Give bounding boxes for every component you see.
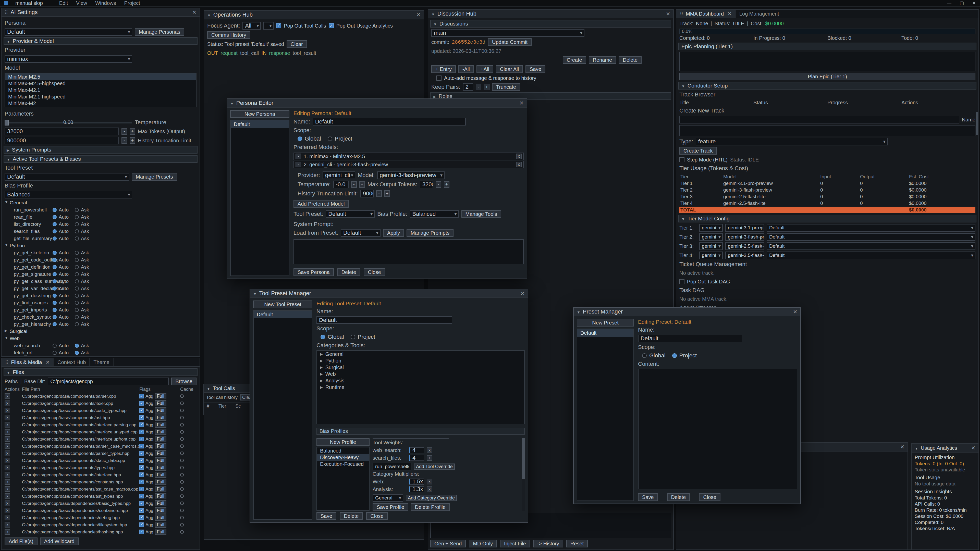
entry-button[interactable]: + Entry <box>431 65 456 73</box>
category-tree-item[interactable]: General <box>317 351 524 357</box>
tier-model-dropdown[interactable]: gemini-2.5-flash-lite <box>725 242 764 250</box>
weight-value-input[interactable]: 4 <box>409 447 424 453</box>
discussion-manage-button[interactable]: Rename <box>589 56 616 64</box>
tab-log-management[interactable]: Log Management <box>736 10 783 18</box>
tool-permission-row[interactable]: py_get_definition Auto Ask <box>2 264 200 272</box>
plus-button[interactable]: + <box>130 128 135 135</box>
full-flag-button[interactable]: Full <box>155 443 166 449</box>
full-flag-button[interactable]: Full <box>155 436 166 442</box>
tier-model-dropdown[interactable]: gemini-2.5-flash-lite <box>725 251 764 259</box>
full-flag-button[interactable]: Full <box>155 500 166 507</box>
tool-permission-row[interactable]: ▼ Python Auto Ask <box>2 243 200 250</box>
create-track-button[interactable]: Create Track <box>679 147 717 155</box>
minus-button[interactable]: - <box>476 84 481 90</box>
ask-radio[interactable] <box>75 322 79 326</box>
new-profile-button[interactable]: New Profile <box>317 438 369 446</box>
manage-tools-button[interactable]: Manage Tools <box>461 210 501 218</box>
close-icon[interactable] <box>793 309 797 314</box>
close-icon[interactable] <box>900 445 904 449</box>
tool-permission-row[interactable]: list_directory Auto Ask <box>2 221 200 229</box>
minus-button[interactable]: - <box>436 181 441 188</box>
group-collapse-icon[interactable]: ▼ <box>5 336 8 340</box>
remove-file-button[interactable]: x <box>5 465 10 470</box>
agg-checkbox[interactable] <box>139 437 144 441</box>
tier-model-config-section[interactable]: Tier Model Config <box>678 215 977 222</box>
tool-permission-row[interactable]: py_get_hierarchy Auto Ask <box>2 321 200 329</box>
category-tree-item[interactable]: Runtime <box>317 384 524 391</box>
full-flag-button[interactable]: Full <box>155 479 166 485</box>
keep-pairs-input[interactable]: 2 <box>463 83 473 91</box>
auto-radio[interactable] <box>52 208 57 212</box>
discussions-section[interactable]: Discussions <box>430 20 671 27</box>
focus-agent-dropdown[interactable]: All <box>242 22 261 30</box>
close-icon[interactable] <box>45 360 50 365</box>
category-tree-item[interactable]: Analysis <box>317 377 524 384</box>
ask-radio[interactable] <box>75 301 79 305</box>
tool-permission-row[interactable]: py_get_docstring Auto Ask <box>2 293 200 300</box>
truncate-button[interactable]: Truncate <box>492 83 520 91</box>
preset-content-textarea[interactable] <box>638 369 797 489</box>
collapse-icon[interactable] <box>207 385 210 392</box>
model-list-item[interactable]: MiniMax-M2.1 <box>5 87 196 94</box>
full-flag-button[interactable]: Full <box>155 529 166 535</box>
tool-permission-row[interactable]: ▼ Web Auto Ask <box>2 336 200 343</box>
scope-project-radio[interactable] <box>672 353 677 358</box>
remove-file-button[interactable]: x <box>5 393 10 399</box>
remove-file-button[interactable]: x <box>5 400 10 406</box>
pop-out-usage-checkbox[interactable] <box>329 23 334 28</box>
maximize-button[interactable] <box>959 0 964 6</box>
auto-radio[interactable] <box>52 222 57 226</box>
menu-item[interactable]: Project <box>124 0 140 6</box>
bias-profile-item[interactable]: Discovery-Heavy <box>317 454 369 461</box>
add-category-override-button[interactable]: Add Category Override <box>406 495 457 501</box>
tab-mma-dashboard[interactable]: MMA Dashboard <box>676 10 736 18</box>
menu-item[interactable]: Windows <box>95 0 116 6</box>
preset-list-item[interactable]: Default <box>577 329 633 337</box>
tool-permission-row[interactable]: py_check_syntax Auto Ask <box>2 314 200 321</box>
history-limit-input[interactable]: 900000 <box>5 137 119 144</box>
remove-file-button[interactable]: x <box>5 429 10 435</box>
remove-weight-button[interactable]: x <box>427 448 432 453</box>
agg-checkbox[interactable] <box>139 515 144 520</box>
remove-file-button[interactable]: x <box>5 479 10 485</box>
collapse-icon[interactable] <box>431 11 435 17</box>
close-dialog-button[interactable]: Close <box>364 268 385 276</box>
ask-radio[interactable] <box>75 315 79 319</box>
new-preset-button[interactable]: New Preset <box>577 319 634 327</box>
max-tokens-input[interactable]: 32000 <box>5 127 119 135</box>
minus-button[interactable]: - <box>376 190 382 197</box>
tool-permission-row[interactable]: get_file_summary Auto Ask <box>2 236 200 243</box>
ask-radio[interactable] <box>75 237 79 241</box>
save-tool-preset-button[interactable]: Save <box>317 512 336 520</box>
plan-epic-button[interactable]: Plan Epic (Tier 1) <box>679 73 975 80</box>
scope-global-radio[interactable] <box>298 137 302 141</box>
close-icon[interactable] <box>666 11 670 16</box>
add-tool-override-button[interactable]: Add Tool Override <box>414 464 455 470</box>
tool-preset-dropdown[interactable]: Default <box>326 210 375 218</box>
auto-radio[interactable] <box>52 265 57 269</box>
tier-provider-dropdown[interactable]: gemini <box>699 242 723 250</box>
ask-radio[interactable] <box>75 344 79 348</box>
agg-checkbox[interactable] <box>139 508 144 513</box>
close-dialog-button[interactable]: Close <box>699 493 720 501</box>
full-flag-button[interactable]: Full <box>155 429 166 435</box>
multiplier-value-input[interactable]: 1.3x <box>409 486 424 492</box>
auto-radio[interactable] <box>52 229 57 233</box>
delete-persona-button[interactable]: Delete <box>337 268 360 276</box>
category-tree-item[interactable]: Web <box>317 371 524 377</box>
remove-file-button[interactable]: x <box>5 457 10 463</box>
new-persona-button[interactable]: New Persona <box>230 110 290 118</box>
scrollbar-thumb[interactable] <box>522 438 525 479</box>
close-button[interactable] <box>972 0 976 6</box>
tier-provider-dropdown[interactable]: gemini <box>699 233 723 241</box>
menu-item[interactable]: Edit <box>59 0 68 6</box>
auto-radio[interactable] <box>52 301 57 305</box>
weight-value-input[interactable]: 4 <box>409 455 424 461</box>
agg-checkbox[interactable] <box>139 430 144 434</box>
delete-profile-button[interactable]: Delete Profile <box>411 503 450 511</box>
ask-radio[interactable] <box>75 279 79 283</box>
manage-prompts-button[interactable]: Manage Prompts <box>407 229 453 237</box>
active-tools-section[interactable]: Active Tool Presets & Biases <box>3 155 197 163</box>
clear-status-button[interactable]: Clear <box>286 40 307 48</box>
track-name-input[interactable] <box>679 116 959 124</box>
